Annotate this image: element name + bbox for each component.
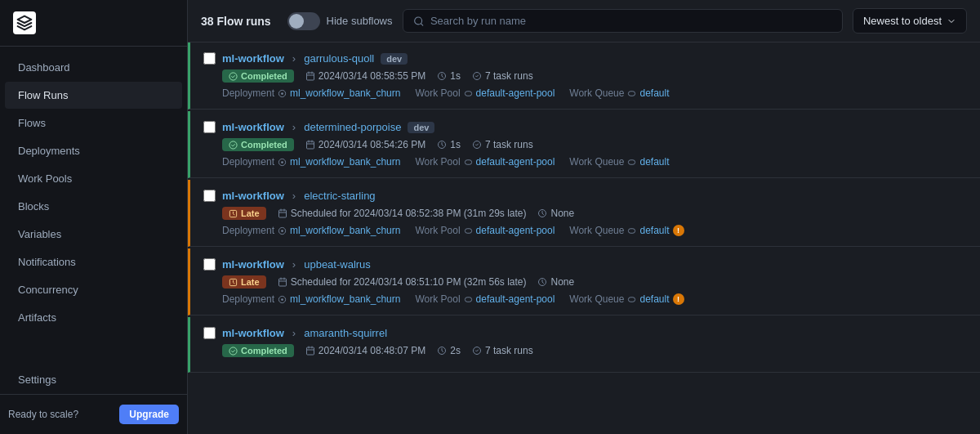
- pool-value[interactable]: default-agent-pool: [476, 225, 555, 236]
- tasks-icon: [472, 140, 482, 150]
- svg-point-31: [229, 347, 237, 354]
- deployment-label: Deployment: [222, 87, 274, 99]
- timer-icon: [437, 346, 447, 356]
- clock-icon: [229, 209, 238, 218]
- run-name[interactable]: upbeat-walrus: [304, 258, 371, 271]
- run-name[interactable]: amaranth-squirrel: [304, 327, 387, 339]
- logo-area: [0, 0, 187, 47]
- deployment-icon: [278, 295, 287, 304]
- hide-subflows-label: Hide subflows: [327, 15, 393, 27]
- deployment-value[interactable]: ml_workflow_bank_churn: [290, 225, 400, 236]
- sidebar-item-concurrency[interactable]: Concurrency: [5, 276, 182, 303]
- deployment-icon: [278, 89, 287, 98]
- queue-value[interactable]: default: [639, 87, 669, 99]
- sidebar-item-flows[interactable]: Flows: [5, 110, 182, 136]
- upgrade-button[interactable]: Upgrade: [119, 405, 179, 424]
- pool-detail: Work Pool default-agent-pool: [415, 156, 555, 168]
- run-meta: Late Scheduled for 2024/03/14 08:52:38 P…: [203, 207, 967, 220]
- svg-rect-15: [465, 159, 471, 164]
- deployment-value[interactable]: ml_workflow_bank_churn: [290, 293, 400, 305]
- run-checkbox[interactable]: [203, 52, 216, 65]
- sidebar-item-settings[interactable]: Settings: [5, 366, 182, 393]
- run-checkbox[interactable]: [203, 258, 216, 271]
- sort-dropdown[interactable]: Newest to oldest: [853, 8, 967, 34]
- check-icon: [229, 141, 238, 150]
- sidebar-item-artifacts[interactable]: Artifacts: [5, 304, 182, 331]
- pool-icon: [464, 158, 473, 167]
- deployment-icon: [278, 226, 287, 235]
- clock-icon: [229, 278, 238, 287]
- run-flow-name[interactable]: ml-workflow: [222, 121, 284, 133]
- pool-value[interactable]: default-agent-pool: [476, 156, 555, 168]
- queue-value[interactable]: default: [639, 156, 669, 168]
- deployment-value[interactable]: ml_workflow_bank_churn: [290, 87, 400, 99]
- run-flow-name[interactable]: ml-workflow: [222, 327, 284, 339]
- run-flow-name[interactable]: ml-workflow: [222, 190, 284, 202]
- search-input[interactable]: [430, 15, 832, 27]
- run-item: ml-workflow›garrulous-quolldev Completed…: [188, 43, 980, 110]
- sidebar-item-work-pools[interactable]: Work Pools: [5, 165, 182, 192]
- pool-icon: [464, 226, 473, 235]
- svg-point-9: [229, 141, 237, 148]
- sidebar-item-flow-runs[interactable]: Flow Runs: [5, 82, 182, 109]
- svg-point-21: [281, 230, 283, 232]
- deployment-value[interactable]: ml_workflow_bank_churn: [290, 156, 400, 168]
- calendar-icon: [305, 71, 315, 81]
- run-meta: Late Scheduled for 2024/03/14 08:51:10 P…: [203, 275, 967, 289]
- deployment-label: Deployment: [222, 225, 274, 236]
- run-task-count: 7 task runs: [472, 70, 533, 82]
- pool-icon: [464, 295, 473, 304]
- svg-rect-18: [278, 210, 286, 217]
- run-name[interactable]: garrulous-quoll: [304, 52, 374, 65]
- run-flow-name[interactable]: ml-workflow: [222, 258, 284, 271]
- sidebar: DashboardFlow RunsFlowsDeploymentsWork P…: [0, 0, 188, 434]
- run-details: Deployment ml_workflow_bank_churn Work P…: [203, 293, 967, 305]
- sidebar-item-blocks[interactable]: Blocks: [5, 193, 182, 220]
- run-meta: Completed 2024/03/14 08:58:55 PM 1s 7 ta…: [203, 69, 967, 83]
- queue-icon: [627, 226, 636, 235]
- svg-rect-23: [629, 228, 635, 233]
- sidebar-bottom: Ready to scale? Upgrade: [0, 394, 187, 434]
- hide-subflows-toggle[interactable]: [287, 12, 320, 30]
- sidebar-item-notifications[interactable]: Notifications: [5, 248, 182, 275]
- check-icon: [229, 347, 238, 356]
- run-checkbox[interactable]: [203, 327, 216, 339]
- queue-value[interactable]: default: [639, 225, 669, 236]
- sidebar-item-variables[interactable]: Variables: [5, 221, 182, 248]
- deployment-detail: Deployment ml_workflow_bank_churn: [222, 293, 400, 305]
- check-icon: [229, 72, 238, 81]
- run-flow-name[interactable]: ml-workflow: [222, 52, 284, 65]
- run-meta: Completed 2024/03/14 08:48:07 PM 2s 7 ta…: [203, 344, 967, 357]
- pool-value[interactable]: default-agent-pool: [476, 87, 555, 99]
- run-name-chevron: ›: [292, 190, 296, 202]
- app-logo: [13, 11, 36, 34]
- run-task-count: 7 task runs: [472, 139, 533, 150]
- run-name[interactable]: determined-porpoise: [304, 121, 401, 133]
- svg-rect-22: [465, 228, 471, 233]
- sidebar-item-deployments[interactable]: Deployments: [5, 137, 182, 164]
- run-header: ml-workflow›upbeat-walrus: [203, 258, 967, 271]
- run-name[interactable]: electric-starling: [304, 190, 375, 202]
- run-name-chevron: ›: [292, 327, 296, 339]
- svg-point-28: [281, 298, 283, 301]
- queue-icon: [627, 89, 636, 98]
- content-area: ml-workflow›garrulous-quolldev Completed…: [188, 43, 980, 434]
- queue-label: Work Queue: [569, 225, 624, 236]
- run-header: ml-workflow›garrulous-quolldev: [203, 52, 967, 65]
- clock2-icon: [537, 208, 547, 218]
- run-count: 38 Flow runs: [201, 15, 271, 28]
- svg-rect-25: [278, 279, 286, 286]
- run-details: Deployment ml_workflow_bank_churn Work P…: [203, 87, 967, 99]
- sidebar-item-dashboard[interactable]: Dashboard: [5, 54, 182, 81]
- queue-value[interactable]: default: [639, 293, 669, 305]
- calendar-icon: [278, 277, 287, 287]
- run-tag: dev: [408, 122, 434, 133]
- search-icon: [413, 16, 424, 27]
- run-details: Deployment ml_workflow_bank_churn Work P…: [203, 225, 967, 236]
- run-checkbox[interactable]: [203, 190, 216, 202]
- ready-to-scale-text: Ready to scale?: [8, 409, 78, 420]
- calendar-icon: [305, 140, 315, 150]
- run-tag: dev: [381, 53, 408, 65]
- pool-value[interactable]: default-agent-pool: [476, 293, 555, 305]
- run-checkbox[interactable]: [203, 121, 216, 133]
